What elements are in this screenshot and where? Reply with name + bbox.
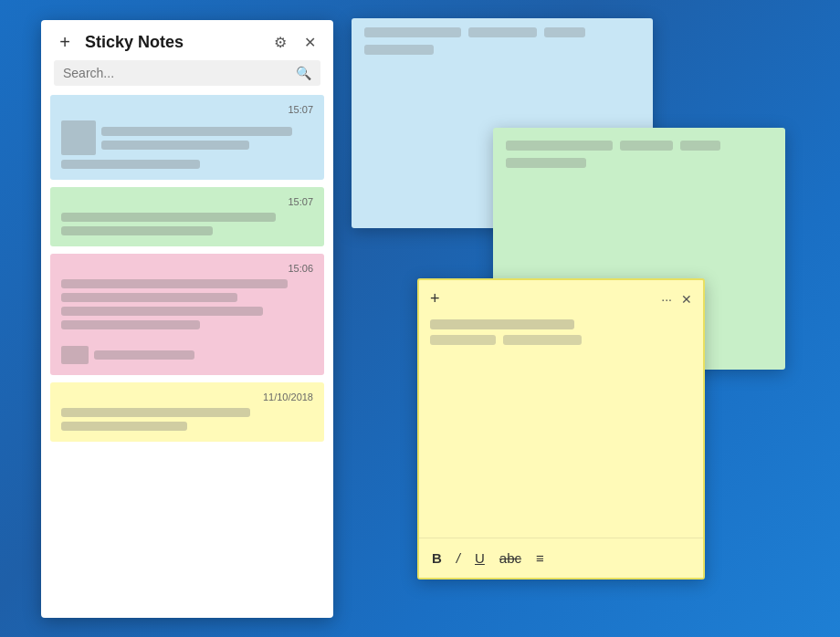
toolbar-list-button[interactable]: ≡: [536, 550, 544, 566]
panel-title: Sticky Notes: [85, 33, 184, 52]
toolbar-bold-button[interactable]: B: [432, 550, 442, 566]
float-yellow-header: + ··· ✕: [419, 280, 703, 316]
note-line: [61, 213, 276, 222]
note-thumbnail-pink: [61, 346, 89, 364]
note-line: [94, 350, 194, 360]
note-content-green: [61, 213, 313, 235]
note-line: [61, 320, 200, 329]
float-yellow-toolbar: B / U abc ≡: [419, 538, 703, 578]
note-content-blue: [61, 120, 313, 169]
float-blue-content: [352, 18, 653, 71]
note-card-yellow[interactable]: 11/10/2018: [50, 382, 324, 442]
note-line: [61, 422, 187, 431]
note-card-pink[interactable]: 15:06: [50, 254, 324, 375]
toolbar-strikethrough-button[interactable]: abc: [499, 550, 521, 566]
float-more-button[interactable]: ···: [661, 292, 672, 307]
float-add-button[interactable]: +: [430, 289, 440, 308]
note-line: [61, 160, 200, 169]
note-timestamp-yellow: 11/10/2018: [61, 392, 313, 402]
note-thumbnail-blue: [61, 120, 96, 155]
note-line: [61, 279, 288, 288]
notes-list: 15:07 15:07 15:06: [41, 95, 333, 618]
note-line: [61, 408, 250, 417]
panel-header-right: ⚙ ✕: [269, 31, 320, 53]
note-timestamp-blue: 15:07: [61, 104, 313, 115]
float-line: [430, 335, 496, 345]
note-timestamp-green: 15:07: [61, 196, 313, 207]
panel-header-left: + Sticky Notes: [54, 31, 184, 53]
float-note-yellow: + ··· ✕ B / U abc ≡: [417, 278, 705, 580]
note-line: [61, 293, 237, 302]
note-line: [101, 141, 249, 150]
note-card-blue[interactable]: 15:07: [50, 95, 324, 180]
float-header-right: ··· ✕: [661, 292, 692, 307]
note-content-pink: [61, 279, 313, 364]
settings-button[interactable]: ⚙: [269, 31, 291, 53]
note-line: [101, 127, 292, 136]
float-close-button[interactable]: ✕: [681, 292, 692, 307]
notes-panel: + Sticky Notes ⚙ ✕ 🔍 15:07: [41, 20, 333, 618]
spacer: [61, 334, 313, 341]
search-bar: 🔍: [54, 60, 320, 86]
search-input[interactable]: [63, 66, 290, 80]
search-icon: 🔍: [296, 66, 311, 80]
panel-header: + Sticky Notes ⚙ ✕: [41, 20, 333, 60]
note-line: [61, 226, 213, 235]
toolbar-underline-button[interactable]: U: [475, 550, 485, 566]
float-line: [503, 335, 582, 345]
note-card-green[interactable]: 15:07: [50, 187, 324, 246]
close-button[interactable]: ✕: [299, 31, 320, 53]
float-green-content: [493, 128, 785, 183]
note-content-yellow: [61, 408, 313, 431]
toolbar-italic-button[interactable]: /: [457, 550, 460, 566]
float-yellow-body: [419, 316, 703, 352]
add-note-button[interactable]: +: [54, 31, 76, 53]
float-line: [430, 319, 574, 329]
note-line: [61, 307, 263, 316]
note-timestamp-pink: 15:06: [61, 263, 313, 274]
